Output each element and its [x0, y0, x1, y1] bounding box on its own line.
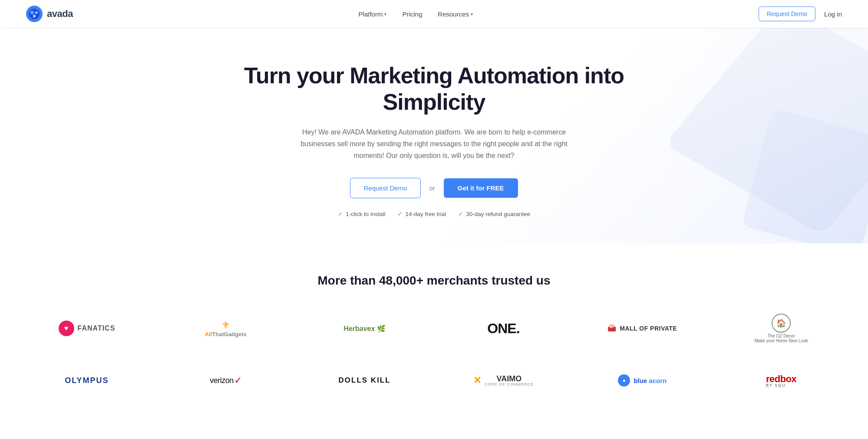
vaimo-label: VAIMO: [485, 375, 534, 383]
logo-vaimo: ✕ VAIMO CORE OF COMMERCE: [434, 370, 573, 391]
merchants-title: More than 48,000+ merchants trusted us: [17, 274, 851, 288]
ozdecor-label: The OZ DecorMake your Home New Look: [754, 334, 808, 343]
badge-trial: ✓ 14-day free trial: [397, 210, 446, 217]
hero-content: Turn your Marketing Automation into Simp…: [239, 62, 630, 217]
hero-title: Turn your Marketing Automation into Simp…: [239, 62, 630, 116]
logo-olympus: OLYMPUS: [17, 372, 156, 390]
blueacorn-icon: ●: [618, 374, 630, 387]
avada-logo-icon: [26, 6, 43, 22]
badge-install: ✓ 1-click to install: [338, 210, 386, 217]
mallofprivate-icon: 🏔: [607, 324, 616, 334]
dollskill-label: DOLLS KILL: [339, 376, 391, 385]
allthat-label: AllThatGadgets: [205, 331, 247, 337]
verizon-check-icon: ✓: [234, 375, 242, 386]
fanatics-heart-icon: ♥: [59, 321, 74, 336]
hero-buttons: Request Demo or Get it for FREE: [239, 178, 630, 198]
hero-request-demo-button[interactable]: Request Demo: [350, 178, 420, 198]
herbavex-label: Herbavex 🌿: [343, 324, 386, 333]
badge-refund: ✓ 30-day refund guarantee: [458, 210, 530, 217]
ozdecor-circle-icon: 🏠: [772, 314, 791, 333]
logo-dollskill: DOLLS KILL: [295, 372, 434, 389]
logo-row-2: OLYMPUS verizon✓ DOLLS KILL ✕ VAIMO CORE…: [17, 369, 851, 392]
hero-badges: ✓ 1-click to install ✓ 14-day free trial…: [239, 210, 630, 217]
svg-point-3: [35, 11, 38, 14]
hero-subtitle: Hey! We are AVADA Marketing Automation p…: [287, 126, 582, 162]
nav-resources[interactable]: Resources ▾: [438, 10, 473, 18]
svg-point-4: [33, 15, 36, 17]
hero-get-free-button[interactable]: Get it for FREE: [444, 178, 518, 198]
redbox-sub-label: by SQU: [766, 383, 786, 387]
svg-point-2: [30, 11, 34, 14]
check-icon: ✓: [397, 210, 403, 217]
logo-verizon: verizon✓: [156, 370, 295, 390]
logo-row-1: ♥ FANATICS ⚜ AllThatGadgets Herbavex 🌿 O…: [17, 309, 851, 347]
svg-point-1: [29, 9, 40, 19]
mallofprivate-label: Mall of Private: [620, 325, 677, 332]
blueacorn-label: blue acorn: [634, 377, 667, 384]
hero-section: Turn your Marketing Automation into Simp…: [0, 28, 868, 243]
one-label: ONE.: [487, 321, 519, 337]
logo-fanatics: ♥ FANATICS: [17, 316, 156, 341]
vaimo-x-icon: ✕: [473, 375, 481, 386]
login-button[interactable]: Log in: [824, 10, 842, 18]
request-demo-button[interactable]: Request Demo: [759, 7, 815, 21]
nav-platform[interactable]: Platform ▾: [359, 10, 387, 18]
logo-one: ONE.: [434, 316, 573, 341]
logo-ozdecor: 🏠 The OZ DecorMake your Home New Look: [712, 309, 851, 347]
logo-allthatgadgets: ⚜ AllThatGadgets: [156, 315, 295, 342]
hero-or-text: or: [429, 184, 435, 192]
fanatics-label: FANATICS: [78, 324, 116, 332]
nav-actions: Request Demo Log in: [759, 7, 842, 21]
logo-redbox: redbox by SQU: [712, 369, 851, 392]
logo-mallofprivate: 🏔 Mall of Private: [573, 319, 712, 338]
navbar: avada Platform ▾ Pricing Resources ▾ Req…: [0, 0, 868, 28]
check-icon: ✓: [458, 210, 463, 217]
allthat-icon: ⚜: [221, 320, 230, 331]
olympus-label: OLYMPUS: [65, 376, 109, 385]
chevron-down-icon: ▾: [471, 12, 473, 16]
check-icon: ✓: [338, 210, 343, 217]
merchants-section: More than 48,000+ merchants trusted us ♥…: [0, 243, 868, 439]
nav-links: Platform ▾ Pricing Resources ▾: [359, 10, 473, 18]
logo-text: avada: [47, 8, 73, 20]
logo-herbavex: Herbavex 🌿: [295, 320, 434, 337]
chevron-down-icon: ▾: [384, 12, 386, 16]
logo[interactable]: avada: [26, 6, 73, 22]
vaimo-sub-label: CORE OF COMMERCE: [485, 383, 534, 387]
verizon-label: verizon✓: [210, 375, 241, 386]
nav-pricing[interactable]: Pricing: [402, 10, 422, 18]
logo-blueacorn: ● blue acorn: [573, 370, 712, 391]
